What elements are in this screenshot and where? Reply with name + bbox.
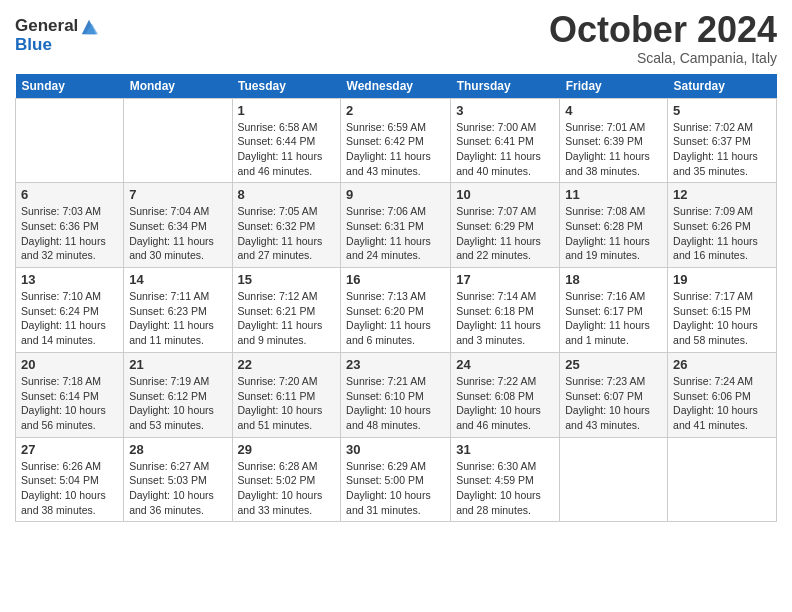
day-info: Sunrise: 7:19 AMSunset: 6:12 PMDaylight:…	[129, 375, 214, 431]
day-cell: 23 Sunrise: 7:21 AMSunset: 6:10 PMDaylig…	[341, 352, 451, 437]
day-number: 22	[238, 357, 336, 372]
day-number: 3	[456, 103, 554, 118]
day-info: Sunrise: 7:01 AMSunset: 6:39 PMDaylight:…	[565, 121, 650, 177]
day-info: Sunrise: 7:22 AMSunset: 6:08 PMDaylight:…	[456, 375, 541, 431]
col-monday: Monday	[124, 74, 232, 99]
day-cell	[560, 437, 668, 522]
logo-icon	[80, 18, 98, 36]
day-info: Sunrise: 6:30 AMSunset: 4:59 PMDaylight:…	[456, 460, 541, 516]
day-cell	[668, 437, 777, 522]
day-info: Sunrise: 7:08 AMSunset: 6:28 PMDaylight:…	[565, 205, 650, 261]
day-info: Sunrise: 7:04 AMSunset: 6:34 PMDaylight:…	[129, 205, 214, 261]
day-number: 14	[129, 272, 226, 287]
day-info: Sunrise: 7:00 AMSunset: 6:41 PMDaylight:…	[456, 121, 541, 177]
day-cell: 3 Sunrise: 7:00 AMSunset: 6:41 PMDayligh…	[451, 98, 560, 183]
month-title: October 2024	[549, 10, 777, 50]
day-info: Sunrise: 6:27 AMSunset: 5:03 PMDaylight:…	[129, 460, 214, 516]
day-info: Sunrise: 7:24 AMSunset: 6:06 PMDaylight:…	[673, 375, 758, 431]
day-number: 10	[456, 187, 554, 202]
day-cell: 27 Sunrise: 6:26 AMSunset: 5:04 PMDaylig…	[16, 437, 124, 522]
day-cell: 29 Sunrise: 6:28 AMSunset: 5:02 PMDaylig…	[232, 437, 341, 522]
week-row-5: 27 Sunrise: 6:26 AMSunset: 5:04 PMDaylig…	[16, 437, 777, 522]
col-saturday: Saturday	[668, 74, 777, 99]
col-sunday: Sunday	[16, 74, 124, 99]
day-cell: 1 Sunrise: 6:58 AMSunset: 6:44 PMDayligh…	[232, 98, 341, 183]
day-cell: 16 Sunrise: 7:13 AMSunset: 6:20 PMDaylig…	[341, 268, 451, 353]
day-info: Sunrise: 7:23 AMSunset: 6:07 PMDaylight:…	[565, 375, 650, 431]
day-number: 12	[673, 187, 771, 202]
day-cell: 10 Sunrise: 7:07 AMSunset: 6:29 PMDaylig…	[451, 183, 560, 268]
day-number: 17	[456, 272, 554, 287]
title-area: October 2024 Scala, Campania, Italy	[549, 10, 777, 66]
col-tuesday: Tuesday	[232, 74, 341, 99]
location: Scala, Campania, Italy	[549, 50, 777, 66]
day-info: Sunrise: 7:02 AMSunset: 6:37 PMDaylight:…	[673, 121, 758, 177]
header-row: Sunday Monday Tuesday Wednesday Thursday…	[16, 74, 777, 99]
day-cell: 19 Sunrise: 7:17 AMSunset: 6:15 PMDaylig…	[668, 268, 777, 353]
day-number: 18	[565, 272, 662, 287]
day-info: Sunrise: 6:26 AMSunset: 5:04 PMDaylight:…	[21, 460, 106, 516]
day-number: 19	[673, 272, 771, 287]
week-row-1: 1 Sunrise: 6:58 AMSunset: 6:44 PMDayligh…	[16, 98, 777, 183]
day-info: Sunrise: 7:13 AMSunset: 6:20 PMDaylight:…	[346, 290, 431, 346]
day-number: 21	[129, 357, 226, 372]
day-cell	[124, 98, 232, 183]
day-info: Sunrise: 7:10 AMSunset: 6:24 PMDaylight:…	[21, 290, 106, 346]
day-info: Sunrise: 7:11 AMSunset: 6:23 PMDaylight:…	[129, 290, 214, 346]
day-info: Sunrise: 6:28 AMSunset: 5:02 PMDaylight:…	[238, 460, 323, 516]
day-number: 16	[346, 272, 445, 287]
day-number: 2	[346, 103, 445, 118]
day-cell: 22 Sunrise: 7:20 AMSunset: 6:11 PMDaylig…	[232, 352, 341, 437]
week-row-2: 6 Sunrise: 7:03 AMSunset: 6:36 PMDayligh…	[16, 183, 777, 268]
day-info: Sunrise: 6:29 AMSunset: 5:00 PMDaylight:…	[346, 460, 431, 516]
day-cell: 4 Sunrise: 7:01 AMSunset: 6:39 PMDayligh…	[560, 98, 668, 183]
day-number: 5	[673, 103, 771, 118]
day-number: 1	[238, 103, 336, 118]
week-row-4: 20 Sunrise: 7:18 AMSunset: 6:14 PMDaylig…	[16, 352, 777, 437]
header: General Blue October 2024 Scala, Campani…	[15, 10, 777, 66]
day-info: Sunrise: 7:18 AMSunset: 6:14 PMDaylight:…	[21, 375, 106, 431]
day-number: 13	[21, 272, 118, 287]
day-number: 7	[129, 187, 226, 202]
day-number: 20	[21, 357, 118, 372]
day-cell: 30 Sunrise: 6:29 AMSunset: 5:00 PMDaylig…	[341, 437, 451, 522]
day-number: 6	[21, 187, 118, 202]
day-number: 4	[565, 103, 662, 118]
day-cell: 31 Sunrise: 6:30 AMSunset: 4:59 PMDaylig…	[451, 437, 560, 522]
day-cell: 20 Sunrise: 7:18 AMSunset: 6:14 PMDaylig…	[16, 352, 124, 437]
day-cell: 13 Sunrise: 7:10 AMSunset: 6:24 PMDaylig…	[16, 268, 124, 353]
day-cell: 2 Sunrise: 6:59 AMSunset: 6:42 PMDayligh…	[341, 98, 451, 183]
col-friday: Friday	[560, 74, 668, 99]
day-cell: 15 Sunrise: 7:12 AMSunset: 6:21 PMDaylig…	[232, 268, 341, 353]
day-cell: 7 Sunrise: 7:04 AMSunset: 6:34 PMDayligh…	[124, 183, 232, 268]
day-info: Sunrise: 7:06 AMSunset: 6:31 PMDaylight:…	[346, 205, 431, 261]
day-info: Sunrise: 7:07 AMSunset: 6:29 PMDaylight:…	[456, 205, 541, 261]
day-cell: 9 Sunrise: 7:06 AMSunset: 6:31 PMDayligh…	[341, 183, 451, 268]
day-number: 25	[565, 357, 662, 372]
day-info: Sunrise: 7:09 AMSunset: 6:26 PMDaylight:…	[673, 205, 758, 261]
day-cell: 8 Sunrise: 7:05 AMSunset: 6:32 PMDayligh…	[232, 183, 341, 268]
day-number: 27	[21, 442, 118, 457]
col-thursday: Thursday	[451, 74, 560, 99]
day-info: Sunrise: 7:05 AMSunset: 6:32 PMDaylight:…	[238, 205, 323, 261]
day-cell: 24 Sunrise: 7:22 AMSunset: 6:08 PMDaylig…	[451, 352, 560, 437]
day-cell: 12 Sunrise: 7:09 AMSunset: 6:26 PMDaylig…	[668, 183, 777, 268]
day-number: 8	[238, 187, 336, 202]
day-cell: 21 Sunrise: 7:19 AMSunset: 6:12 PMDaylig…	[124, 352, 232, 437]
day-cell: 6 Sunrise: 7:03 AMSunset: 6:36 PMDayligh…	[16, 183, 124, 268]
week-row-3: 13 Sunrise: 7:10 AMSunset: 6:24 PMDaylig…	[16, 268, 777, 353]
logo-general-text: General	[15, 17, 78, 36]
day-info: Sunrise: 6:58 AMSunset: 6:44 PMDaylight:…	[238, 121, 323, 177]
day-cell	[16, 98, 124, 183]
day-number: 11	[565, 187, 662, 202]
day-info: Sunrise: 7:20 AMSunset: 6:11 PMDaylight:…	[238, 375, 323, 431]
day-cell: 26 Sunrise: 7:24 AMSunset: 6:06 PMDaylig…	[668, 352, 777, 437]
day-cell: 14 Sunrise: 7:11 AMSunset: 6:23 PMDaylig…	[124, 268, 232, 353]
logo-blue-text: Blue	[15, 36, 98, 55]
logo: General Blue	[15, 16, 98, 55]
day-number: 9	[346, 187, 445, 202]
day-info: Sunrise: 6:59 AMSunset: 6:42 PMDaylight:…	[346, 121, 431, 177]
day-info: Sunrise: 7:14 AMSunset: 6:18 PMDaylight:…	[456, 290, 541, 346]
day-number: 30	[346, 442, 445, 457]
day-cell: 11 Sunrise: 7:08 AMSunset: 6:28 PMDaylig…	[560, 183, 668, 268]
